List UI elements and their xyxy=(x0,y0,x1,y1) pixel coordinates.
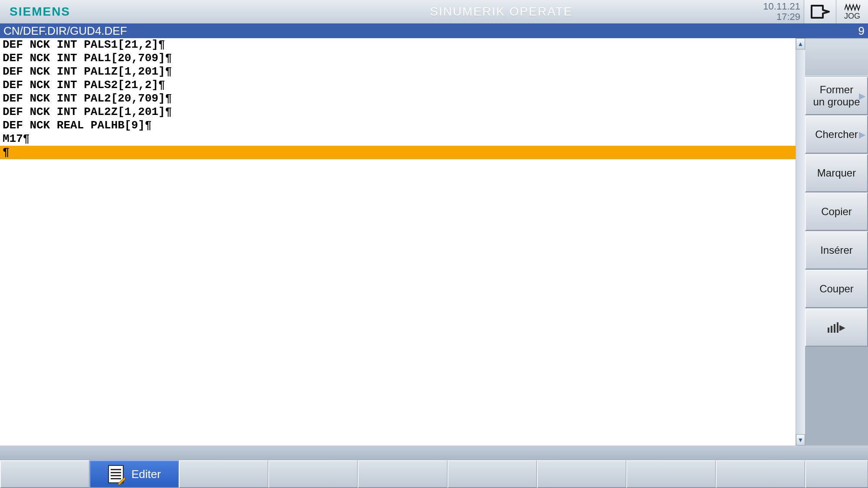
more-icon: ▶ xyxy=(828,322,845,333)
line-number: 9 xyxy=(858,24,865,38)
bottomkey-5 xyxy=(358,460,447,488)
sidekey-form-group[interactable]: Former un groupe ▶ xyxy=(805,77,868,115)
bottomkey-9 xyxy=(716,460,805,488)
chevron-right-icon: ▶ xyxy=(859,129,865,140)
code-line: DEF NCK INT PALS1[21,2]¶ xyxy=(0,38,796,52)
sidekey-more[interactable]: ▶ xyxy=(805,308,868,347)
document-edit-icon xyxy=(108,465,124,483)
bottomkey-10 xyxy=(805,460,868,488)
side-softkeys: Former un groupe ▶ Chercher ▶ Marquer Co… xyxy=(805,38,868,445)
bottomkey-edit[interactable]: Editer xyxy=(89,460,179,488)
bottomkey-1 xyxy=(0,460,89,488)
bottomkey-8 xyxy=(626,460,716,488)
status-strip xyxy=(0,445,868,460)
code-line: DEF NCK INT PAL1Z[1,201]¶ xyxy=(0,65,796,79)
code-line: DEF NCK INT PAL1[20,709]¶ xyxy=(0,52,796,65)
code-line: DEF NCK INT PALS2[21,2]¶ xyxy=(0,79,796,92)
chevron-right-icon: ▶ xyxy=(859,91,865,101)
sidekey-copy[interactable]: Copier xyxy=(805,193,868,231)
code-line: DEF NCK INT PAL2[20,709]¶ xyxy=(0,92,796,105)
machine-state-icon xyxy=(804,0,836,23)
scroll-down-icon[interactable]: ▼ xyxy=(796,434,805,445)
mode-label: JOG xyxy=(844,12,860,21)
svg-marker-0 xyxy=(118,477,125,485)
sidekey-cut[interactable]: Couper xyxy=(805,270,868,308)
filepath-bar: CN/DEF.DIR/GUD4.DEF 9 xyxy=(0,23,868,38)
bottomkey-7 xyxy=(537,460,626,488)
bottomkey-6 xyxy=(447,460,537,488)
cursor-line: ¶ xyxy=(0,146,796,159)
bottomkey-4 xyxy=(268,460,358,488)
sidekey-insert[interactable]: Insérer xyxy=(805,231,868,269)
scroll-up-icon[interactable]: ▲ xyxy=(796,38,805,49)
sidekey-label: Marquer xyxy=(817,167,856,179)
app-title: SINUMERIK OPERATE xyxy=(217,5,786,19)
sidekey-label: Insérer xyxy=(820,244,853,256)
sidekey-label: Chercher xyxy=(815,128,858,141)
sidekey-1 xyxy=(805,38,868,76)
header-time: 17:29 xyxy=(763,12,800,22)
code-editor[interactable]: DEF NCK INT PALS1[21,2]¶ DEF NCK INT PAL… xyxy=(0,38,796,445)
header-date: 10.11.21 xyxy=(763,1,800,12)
brand-logo: SIEMENS xyxy=(10,5,70,19)
bottom-softkeys: Editer xyxy=(0,460,868,488)
header-bar: SIEMENS SINUMERIK OPERATE 10.11.21 17:29… xyxy=(0,0,868,23)
sidekey-mark[interactable]: Marquer xyxy=(805,154,868,192)
sidekey-label: Couper xyxy=(819,283,854,295)
header-datetime: 10.11.21 17:29 xyxy=(763,1,804,22)
code-line: M17¶ xyxy=(0,132,796,146)
scroll-track[interactable] xyxy=(796,49,805,434)
file-path: CN/DEF.DIR/GUD4.DEF xyxy=(3,24,127,38)
sidekey-label: Copier xyxy=(821,206,852,218)
code-line: DEF NCK INT PAL2Z[1,201]¶ xyxy=(0,105,796,119)
bottomkey-3 xyxy=(179,460,268,488)
bottomkey-label: Editer xyxy=(132,468,161,481)
vertical-scrollbar[interactable]: ▲ ▼ xyxy=(796,38,805,445)
sidekey-search[interactable]: Chercher ▶ xyxy=(805,115,868,154)
mode-indicator: JOG xyxy=(836,0,868,23)
code-line: DEF NCK REAL PALHB[9]¶ xyxy=(0,119,796,132)
sidekey-label: Former un groupe xyxy=(813,84,860,108)
